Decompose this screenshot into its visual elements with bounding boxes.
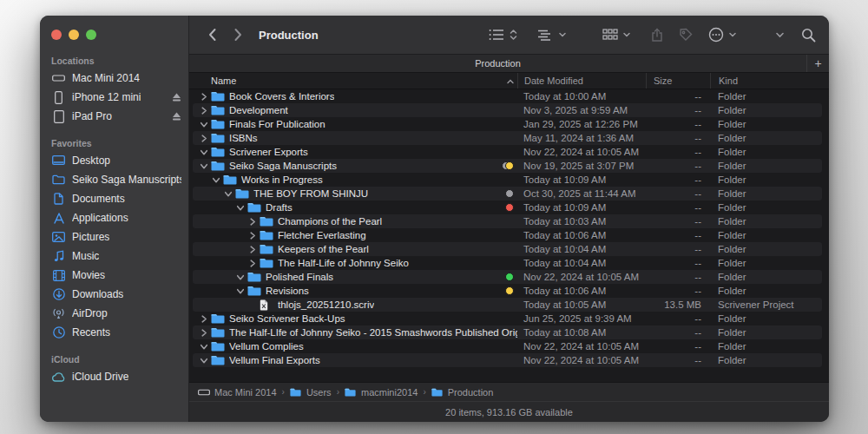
file-name: Polished Finals xyxy=(266,272,333,282)
disclosure-chevron-icon[interactable] xyxy=(200,135,208,142)
search-icon[interactable] xyxy=(799,23,819,46)
disclosure-chevron-icon[interactable] xyxy=(248,246,257,253)
disclosure-chevron-icon[interactable] xyxy=(236,204,245,212)
column-header-name[interactable]: Name xyxy=(189,73,517,89)
column-header-kind[interactable]: Kind xyxy=(710,73,829,89)
disclosure-chevron-icon[interactable] xyxy=(200,121,208,128)
kind-cell: Folder xyxy=(710,147,822,157)
file-name: Drafts xyxy=(266,202,293,213)
scrivener-file-icon xyxy=(260,299,273,311)
tag-icon[interactable] xyxy=(676,23,695,46)
disclosure-chevron-icon[interactable] xyxy=(200,329,208,337)
column-header-date-modified[interactable]: Date Modified xyxy=(517,73,646,89)
disclosure-chevron-icon[interactable] xyxy=(248,218,257,226)
kind-cell: Folder xyxy=(710,91,822,102)
file-row[interactable]: THE BOY FROM SHINJU Oct 30, 2025 at 11:4… xyxy=(193,187,822,201)
close-button[interactable] xyxy=(51,30,62,40)
size-cell: -- xyxy=(646,355,710,365)
grid-view-icon[interactable] xyxy=(600,23,621,46)
sort-toggle-icon[interactable] xyxy=(507,23,520,46)
file-row[interactable]: Champions of the Pearl Today at 10:03 AM… xyxy=(193,214,822,228)
more-options-icon[interactable] xyxy=(706,23,727,46)
sidebar-item-movies[interactable]: Movies xyxy=(40,266,188,285)
tag-dot-yellow xyxy=(505,161,514,170)
file-row[interactable]: thlojs_20251210.scriv Today at 10:05 AM … xyxy=(193,298,822,312)
zoom-button[interactable] xyxy=(86,30,96,40)
column-header-size[interactable]: Size xyxy=(646,73,710,89)
list-view-icon[interactable] xyxy=(486,23,507,46)
eject-icon[interactable] xyxy=(171,93,181,102)
file-row[interactable]: Development Nov 3, 2025 at 9:59 AM -- Fo… xyxy=(193,103,822,117)
disclosure-chevron-icon[interactable] xyxy=(200,107,208,115)
new-tab-button[interactable]: + xyxy=(806,55,829,72)
disclosure-chevron-icon[interactable] xyxy=(200,343,208,351)
file-row[interactable]: ISBNs May 11, 2024 at 1:36 AM -- Folder xyxy=(193,131,822,145)
sidebar-item-downloads[interactable]: Downloads xyxy=(40,285,188,304)
size-cell: -- xyxy=(646,133,710,143)
tag-dots xyxy=(502,161,514,170)
sidebar-item-ipad-pro[interactable]: iPad Pro xyxy=(40,107,188,126)
minimize-button[interactable] xyxy=(69,30,79,40)
date-modified-cell: Today at 10:06 AM xyxy=(517,230,646,240)
date-modified-cell: Oct 30, 2025 at 11:44 AM xyxy=(517,188,646,199)
tag-dot-yellow xyxy=(505,286,514,295)
disclosure-chevron-icon[interactable] xyxy=(224,190,233,198)
share-icon[interactable] xyxy=(648,23,666,46)
file-name: ISBNs xyxy=(229,133,258,143)
disclosure-chevron-icon[interactable] xyxy=(248,260,257,267)
file-row[interactable]: Vellum Complies Nov 22, 2024 at 10:05 AM… xyxy=(193,339,822,353)
file-row[interactable]: Drafts Today at 10:09 AM -- Folder xyxy=(193,201,822,214)
sidebar-item-desktop[interactable]: Desktop xyxy=(40,151,188,170)
disclosure-chevron-icon[interactable] xyxy=(200,162,208,170)
chevron-down-icon xyxy=(621,23,633,46)
file-row[interactable]: Vellum Final Exports Nov 22, 2024 at 10:… xyxy=(193,353,822,367)
group-by-icon[interactable] xyxy=(536,23,556,46)
file-row[interactable]: Fletcher Everlasting Today at 10:06 AM -… xyxy=(193,228,822,242)
disclosure-chevron-icon[interactable] xyxy=(236,273,245,281)
disclosure-chevron-icon[interactable] xyxy=(200,93,208,101)
date-modified-cell: Today at 10:03 AM xyxy=(517,216,646,227)
path-crumb[interactable]: Mac Mini 2014 xyxy=(198,387,277,398)
sidebar-item-mac-mini-2014[interactable]: Mac Mini 2014 xyxy=(40,69,188,88)
disclosure-chevron-icon[interactable] xyxy=(200,357,208,365)
path-crumb[interactable]: macmini2014 xyxy=(345,387,418,398)
sidebar-item-recents[interactable]: Recents xyxy=(40,323,188,342)
sidebar-item-iphone-12-mini[interactable]: iPhone 12 mini xyxy=(40,88,188,107)
sidebar-item-seiko-saga-manuscripts[interactable]: Seiko Saga Manuscripts xyxy=(40,170,188,189)
forward-button[interactable] xyxy=(227,24,248,45)
folder-icon xyxy=(235,188,249,199)
sidebar-item-music[interactable]: Music xyxy=(40,247,188,266)
disclosure-chevron-icon[interactable] xyxy=(248,232,257,240)
path-crumb[interactable]: Production xyxy=(431,387,494,398)
chevron-down-icon[interactable] xyxy=(773,23,786,46)
file-row[interactable]: Polished Finals Nov 22, 2024 at 10:05 AM… xyxy=(193,270,822,284)
back-button[interactable] xyxy=(201,24,222,45)
file-row[interactable]: Keepers of the Pearl Today at 10:04 AM -… xyxy=(193,242,822,256)
disclosure-chevron-icon[interactable] xyxy=(212,176,220,184)
file-row[interactable]: Scrivener Exports Nov 22, 2024 at 10:05 … xyxy=(193,145,822,159)
disclosure-chevron-icon[interactable] xyxy=(200,315,208,323)
sidebar-section-title: iCloud xyxy=(40,351,188,367)
eject-icon[interactable] xyxy=(171,112,181,121)
file-name: Book Covers & Interiors xyxy=(229,91,334,102)
folder-icon xyxy=(211,327,225,338)
disclosure-chevron-icon[interactable] xyxy=(200,148,208,156)
file-row[interactable]: Seiko Scrivener Back-Ups Jun 25, 2025 at… xyxy=(193,312,822,326)
sidebar-item-pictures[interactable]: Pictures xyxy=(40,227,188,247)
sidebar-item-applications[interactable]: Applications xyxy=(40,208,188,227)
file-row[interactable]: Works in Progress Today at 10:09 AM -- F… xyxy=(193,173,822,187)
file-row[interactable]: The Half-LIfe of Johnny Seiko - 2015 Sma… xyxy=(193,326,822,339)
file-row[interactable]: Seiko Saga Manuscripts Nov 19, 2025 at 3… xyxy=(193,159,822,173)
path-crumb[interactable]: Users xyxy=(290,387,332,398)
file-row[interactable]: The Half-Life of Johnny Seiko Today at 1… xyxy=(193,256,822,270)
tab-production[interactable]: Production xyxy=(189,58,806,69)
file-row[interactable]: Finals For Publication Jan 29, 2025 at 1… xyxy=(193,117,822,131)
size-cell: -- xyxy=(646,286,710,296)
sidebar-item-icloud-drive[interactable]: iCloud Drive xyxy=(40,367,188,386)
sidebar-item-airdrop[interactable]: AirDrop xyxy=(40,304,188,323)
file-row[interactable]: Book Covers & Interiors Today at 10:00 A… xyxy=(193,89,822,103)
sidebar-item-documents[interactable]: Documents xyxy=(40,189,188,208)
disclosure-chevron-icon[interactable] xyxy=(236,287,245,295)
file-row[interactable]: Revisions Today at 10:06 AM -- Folder xyxy=(193,284,822,298)
file-name: Seiko Saga Manuscripts xyxy=(229,161,337,171)
